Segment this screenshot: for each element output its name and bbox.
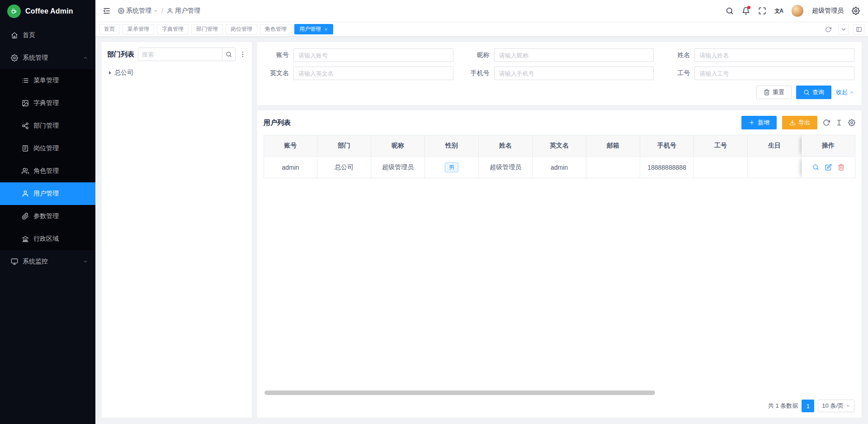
sidebar-item-home[interactable]: 首页 <box>0 24 95 47</box>
sidebar-item-menu-management[interactable]: 菜单管理 <box>0 69 95 92</box>
form-item-name: 姓名 <box>665 48 854 62</box>
user-icon <box>167 8 173 14</box>
column-header-phone: 手机号 <box>640 135 694 157</box>
phone-label: 手机号 <box>465 69 494 77</box>
cell-english-name: admin <box>533 157 586 178</box>
app-logo[interactable]: Coffee Admin <box>0 0 95 22</box>
sidebar-item-system-monitor[interactable]: 系统监控 <box>0 250 95 273</box>
tab-post-management[interactable]: 岗位管理 <box>226 24 257 34</box>
column-settings-icon[interactable] <box>848 119 855 126</box>
tab-user-management[interactable]: 用户管理 <box>294 24 333 34</box>
delete-row-icon[interactable] <box>838 164 844 171</box>
refresh-table-icon[interactable] <box>823 119 830 126</box>
row-height-icon[interactable] <box>835 119 843 126</box>
chevron-down-icon <box>153 9 158 13</box>
tree-expander-icon[interactable] <box>109 71 111 75</box>
tab-label: 部门管理 <box>196 25 218 33</box>
tab-dict-management[interactable]: 字典管理 <box>157 24 189 34</box>
sidebar-item-param-management[interactable]: 参数管理 <box>0 205 95 228</box>
pagination: 共 1 条数据 1 10 条/页 <box>264 397 855 415</box>
bank-icon <box>22 235 29 243</box>
sidebar-item-label: 系统监控 <box>23 257 48 266</box>
sidebar-item-system-management[interactable]: 系统管理 <box>0 47 95 69</box>
department-search-group <box>138 48 236 61</box>
tab-label: 首页 <box>104 25 115 33</box>
filter-actions: 重置 查询 收起 <box>264 86 854 99</box>
current-user-name[interactable]: 超级管理员 <box>812 7 844 15</box>
cell-job-number <box>694 157 748 178</box>
sidebar-item-user-management[interactable]: 用户管理 <box>0 182 95 205</box>
export-icon <box>789 119 796 126</box>
add-user-button[interactable]: 新增 <box>741 116 777 129</box>
english-name-input[interactable] <box>293 67 453 80</box>
breadcrumb-system-management[interactable]: 系统管理 <box>118 7 158 15</box>
page-1-button[interactable]: 1 <box>802 400 814 412</box>
right-column: 账号 昵称 姓名 英文名 <box>257 42 862 418</box>
sidebar-item-label: 行政区域 <box>33 235 59 243</box>
notifications-button[interactable] <box>742 7 750 15</box>
home-icon <box>11 32 18 39</box>
refresh-tab-button[interactable] <box>823 24 834 35</box>
sidebar-item-dept-management[interactable]: 部门管理 <box>0 114 95 137</box>
collapse-sidebar-icon[interactable] <box>103 7 111 15</box>
search-icon[interactable] <box>726 7 734 15</box>
collapse-label: 收起 <box>836 88 848 96</box>
edit-row-icon[interactable] <box>825 164 832 171</box>
view-row-icon[interactable] <box>812 164 819 171</box>
search-form: 账号 昵称 姓名 英文名 <box>264 48 854 80</box>
cell-nickname: 超级管理员 <box>371 157 425 178</box>
top-header: 系统管理 / 用户管理 文A 超级管理员 <box>95 0 868 22</box>
sidebar-item-post-management[interactable]: 岗位管理 <box>0 137 95 160</box>
page-size-select[interactable]: 10 条/页 <box>818 400 854 412</box>
form-item-account: 账号 <box>264 48 453 62</box>
account-input[interactable] <box>293 48 453 62</box>
nickname-label: 昵称 <box>465 51 494 59</box>
tab-label: 岗位管理 <box>231 25 252 33</box>
reset-button[interactable]: 重置 <box>756 86 792 99</box>
department-search-input[interactable] <box>138 48 222 61</box>
tab-menu-management[interactable]: 菜单管理 <box>123 24 154 34</box>
column-header-birthday: 生日 <box>748 135 802 157</box>
system-management-submenu: 菜单管理 字典管理 部门管理 岗位管理 角色管理 用户管理 <box>0 69 95 250</box>
query-button[interactable]: 查询 <box>796 86 831 99</box>
close-icon[interactable] <box>324 27 328 32</box>
cell-phone: 18888888888 <box>640 157 694 178</box>
translate-icon[interactable]: 文A <box>774 7 783 15</box>
tab-list-dropdown-button[interactable] <box>838 24 849 35</box>
department-search-button[interactable] <box>222 48 236 61</box>
sidebar-item-dict-management[interactable]: 字典管理 <box>0 92 95 114</box>
tab-home[interactable]: 首页 <box>99 24 120 34</box>
total-count: 共 1 条数据 <box>768 402 798 410</box>
department-panel-header: 部门列表 <box>107 48 246 61</box>
horizontal-scrollbar[interactable] <box>264 391 655 395</box>
sidebar-item-role-management[interactable]: 角色管理 <box>0 160 95 182</box>
fullscreen-icon[interactable] <box>758 7 766 15</box>
avatar[interactable] <box>791 5 804 17</box>
column-header-english-name: 英文名 <box>533 135 586 157</box>
tab-dept-management[interactable]: 部门管理 <box>191 24 223 34</box>
clear-icon <box>764 89 770 95</box>
sidebar-item-region-management[interactable]: 行政区域 <box>0 228 95 250</box>
form-item-english-name: 英文名 <box>264 67 453 80</box>
tab-role-management[interactable]: 角色管理 <box>260 24 292 34</box>
sidebar-item-label: 系统管理 <box>23 54 48 62</box>
more-options-icon[interactable] <box>239 51 246 58</box>
export-button-label: 导出 <box>798 119 810 127</box>
job-number-input[interactable] <box>694 67 854 80</box>
cell-account: admin <box>264 157 317 178</box>
export-button[interactable]: 导出 <box>782 116 817 129</box>
breadcrumb: 系统管理 / 用户管理 <box>118 7 200 15</box>
name-label: 姓名 <box>665 51 694 59</box>
query-button-label: 查询 <box>812 88 824 96</box>
layout-toggle-button[interactable] <box>854 24 864 35</box>
gear-icon <box>118 8 124 14</box>
table-row[interactable]: admin 总公司 超级管理员 男 超级管理员 admin 1888888888… <box>264 157 855 178</box>
tree-node-head-office[interactable]: 总公司 <box>108 67 245 79</box>
phone-input[interactable] <box>494 67 654 80</box>
chevron-up-icon <box>83 55 88 61</box>
collapse-filters-link[interactable]: 收起 <box>836 88 854 96</box>
nickname-input[interactable] <box>494 48 654 62</box>
column-header-email: 邮箱 <box>586 135 640 157</box>
name-input[interactable] <box>694 48 854 62</box>
settings-gear-icon[interactable] <box>852 7 860 15</box>
